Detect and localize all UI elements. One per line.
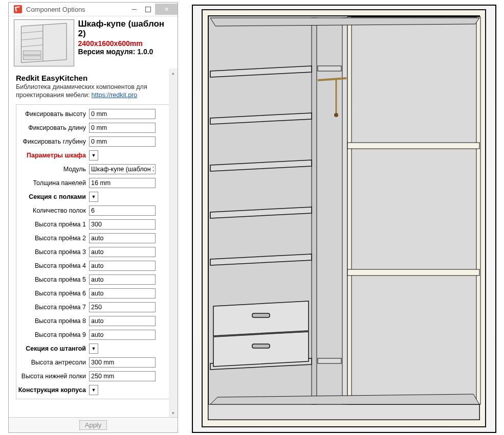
component-dimensions: 2400x1600x600mm (78, 39, 172, 48)
close-button[interactable] (155, 4, 178, 15)
module-input[interactable] (89, 164, 156, 174)
component-version: Версия модуля: 1.0.0 (78, 48, 172, 56)
window-title: Component Options (26, 6, 127, 13)
panel-thickness-label: Толщина панелей (17, 179, 89, 187)
opening-2-label: Высота проёма 2 (17, 235, 89, 242)
opening-9-label: Высота проёма 9 (17, 331, 89, 338)
module-label: Модуль (17, 166, 89, 173)
component-info: Шкаф-купе (шаблон 2) 2400x1600x600mm Вер… (78, 19, 172, 66)
mezzanine-input[interactable] (89, 357, 156, 368)
carcass-dropdown[interactable] (89, 385, 98, 395)
rod-dropdown[interactable] (89, 344, 98, 354)
svg-rect-14 (476, 17, 480, 404)
mezzanine-label: Высота антресоли (17, 359, 89, 366)
svg-rect-28 (318, 358, 341, 363)
titlebar: Component Options (9, 3, 178, 16)
opening-1-label: Высота проёма 1 (17, 221, 89, 228)
options-body: Redkit EasyKitchen Библиотека динамическ… (9, 68, 178, 417)
fix-length-input[interactable] (89, 123, 156, 133)
shelf-count-label: Количество полок (17, 207, 89, 214)
opening-4-input[interactable] (89, 261, 156, 271)
bottom-shelf-label: Высота нижней полки (17, 373, 89, 380)
bottom-shelf-input[interactable] (89, 371, 156, 381)
opening-6-label: Высота проёма 6 (17, 290, 89, 297)
svg-rect-11 (342, 18, 347, 404)
svg-point-31 (334, 113, 338, 117)
fix-depth-input[interactable] (89, 136, 156, 147)
svg-rect-25 (252, 313, 270, 317)
component-thumbnail (14, 19, 74, 66)
minimize-button[interactable] (127, 4, 141, 15)
rod-section-header: Секция со штангой (17, 345, 89, 352)
opening-4-label: Высота проёма 4 (17, 262, 89, 269)
fix-depth-label: Фиксировать глубину (17, 138, 89, 145)
library-title: Redkit EasyKitchen (16, 74, 173, 82)
component-name: Шкаф-купе (шаблон 2) (78, 19, 172, 38)
maximize-button[interactable] (141, 4, 155, 15)
params-header: Параметры шкафа (17, 152, 89, 159)
svg-rect-9 (208, 404, 479, 420)
scroll-up-icon[interactable] (169, 68, 178, 77)
opening-5-input[interactable] (89, 274, 156, 285)
params-dropdown[interactable] (89, 150, 98, 161)
opening-3-input[interactable] (89, 247, 156, 257)
shelves-dropdown[interactable] (89, 192, 98, 202)
window-footer: Apply (9, 417, 178, 432)
opening-7-label: Высота проёма 7 (17, 304, 89, 311)
svg-marker-23 (213, 301, 309, 336)
component-options-window: Component Options Шкаф-купе (шаблон 2) 2… (8, 2, 178, 433)
svg-rect-10 (312, 18, 317, 404)
svg-rect-27 (318, 66, 341, 71)
svg-rect-26 (252, 344, 270, 348)
fix-height-label: Фиксировать высоту (17, 110, 89, 118)
library-description: Библиотека динамических компонентов для … (16, 83, 173, 99)
svg-rect-16 (347, 269, 479, 276)
opening-2-input[interactable] (89, 233, 156, 243)
component-header: Шкаф-купе (шаблон 2) 2400x1600x600mm Вер… (9, 16, 178, 68)
svg-rect-13 (347, 17, 352, 404)
opening-8-label: Высота проёма 8 (17, 317, 89, 325)
shelf-count-input[interactable] (89, 205, 156, 216)
svg-marker-24 (213, 332, 309, 367)
opening-8-input[interactable] (89, 316, 156, 326)
apply-button[interactable]: Apply (79, 420, 107, 430)
shelves-section-header: Секция с полками (17, 193, 89, 200)
opening-3-label: Высота проёма 3 (17, 248, 89, 256)
opening-1-input[interactable] (89, 219, 156, 230)
scroll-down-icon[interactable] (169, 408, 178, 417)
opening-6-input[interactable] (89, 288, 156, 299)
svg-rect-6 (23, 56, 41, 60)
svg-rect-5 (23, 51, 41, 55)
fix-length-label: Фиксировать длину (17, 124, 89, 131)
panel-thickness-input[interactable] (89, 178, 156, 188)
model-viewport[interactable] (192, 5, 496, 433)
opening-7-input[interactable] (89, 302, 156, 312)
opening-5-label: Высота проёма 5 (17, 276, 89, 283)
vertical-scrollbar[interactable] (169, 68, 178, 417)
app-icon (14, 5, 22, 13)
svg-rect-12 (348, 17, 478, 404)
options-form: Фиксировать высоту Фиксировать длину Фик… (16, 104, 173, 399)
svg-rect-15 (347, 143, 479, 149)
opening-9-input[interactable] (89, 330, 156, 340)
library-link[interactable]: https://redkit.pro (92, 91, 138, 99)
fix-height-input[interactable] (89, 109, 156, 119)
carcass-header: Конструкция корпуса (17, 386, 89, 394)
